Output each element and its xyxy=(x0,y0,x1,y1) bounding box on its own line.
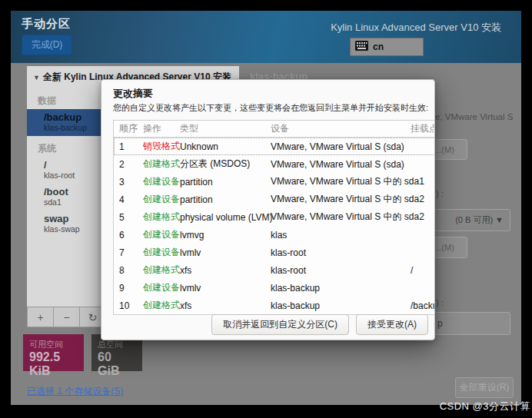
field-label-fragment: ) : xyxy=(436,189,444,198)
reset-all-button[interactable]: 全部重设(R) xyxy=(455,377,514,398)
csdn-watermark: CSDN @3分云计算 xyxy=(440,400,530,413)
selected-disks-link[interactable]: 已选择 1 个存储设备(S) xyxy=(27,385,123,398)
header-mountpoint: 挂载点 xyxy=(407,122,435,135)
header-action: 操作 xyxy=(140,122,177,135)
table-row[interactable]: 6 创建设备 lvmvg klas xyxy=(114,226,435,244)
available-space-label: 可用空间 xyxy=(29,339,78,350)
minus-icon: − xyxy=(63,311,69,323)
changes-table-header: 顺序 操作 类型 设备 挂载点 xyxy=(114,121,435,138)
header-type: 类型 xyxy=(177,122,268,135)
disk-description-text: e, VMware Virtual S xyxy=(435,112,513,121)
screenshot-stage: 手动分区 完成(D) Kylin Linux Advanced Server V… xyxy=(0,0,532,418)
page-title: 手动分区 xyxy=(22,17,71,32)
table-row[interactable]: 10 创建格式 xfs klas-backup /backup xyxy=(114,297,435,314)
available-space-box: 可用空间 992.5 KiB xyxy=(23,334,84,371)
total-space-label: 总空间 xyxy=(98,339,136,350)
dialog-button-row: 取消并返回到自定义分区(C) 接受更改(A) xyxy=(101,314,428,335)
done-button[interactable]: 完成(D) xyxy=(22,35,72,55)
keyboard-icon xyxy=(355,40,368,54)
summary-of-changes-dialog: 更改摘要 您的自定义更改将产生以下变更，这些变更将会在您返回到主菜单并开始安装时… xyxy=(101,79,435,340)
header-device: 设备 xyxy=(268,122,407,135)
changes-table-body: 1 销毁格式 Unknown VMware, VMware Virtual S … xyxy=(114,138,435,314)
expander-arrow-icon: ▼ xyxy=(33,74,40,81)
remove-partition-button[interactable]: − xyxy=(54,307,80,327)
table-row[interactable]: 9 创建设备 lvmlv klas-backup xyxy=(114,279,435,297)
table-row[interactable]: 2 创建格式 分区表 (MSDOS) VMware, VMware Virtua… xyxy=(114,155,435,173)
cancel-return-button[interactable]: 取消并返回到自定义分区(C) xyxy=(211,314,349,335)
dialog-subtitle: 您的自定义更改将产生以下变更，这些变更将会在您返回到主菜单并开始安装时生效: xyxy=(113,102,431,114)
total-space-value: 60 GiB xyxy=(98,350,136,378)
table-row[interactable]: 5 创建格式 physical volume (LVM) VMware, VMw… xyxy=(114,208,435,226)
plus-icon: + xyxy=(37,311,43,323)
field-label-fragment-2: ) : xyxy=(436,298,444,307)
accept-changes-button[interactable]: 接受更改(A) xyxy=(356,314,428,335)
changes-table: 顺序 操作 类型 设备 挂载点 1 销毁格式 Unknown VMware, V… xyxy=(113,120,435,315)
refresh-icon: ↻ xyxy=(88,311,98,323)
dialog-title: 更改摘要 xyxy=(113,87,153,101)
table-row[interactable]: 8 创建格式 xfs klas-root / xyxy=(114,261,435,279)
table-row[interactable]: 4 创建设备 partition VMware, VMware Virtual … xyxy=(114,191,435,208)
keyboard-layout-indicator[interactable]: cn xyxy=(350,38,424,56)
add-partition-button[interactable]: + xyxy=(28,307,54,327)
table-row[interactable]: 1 销毁格式 Unknown VMware, VMware Virtual S … xyxy=(114,138,435,155)
top-banner: 手动分区 完成(D) Kylin Linux Advanced Server V… xyxy=(11,11,521,63)
header-order: 顺序 xyxy=(114,122,140,135)
available-space-value: 992.5 KiB xyxy=(29,350,78,378)
product-title: Kylin Linux Advanced Server V10 安装 xyxy=(331,21,501,35)
table-row[interactable]: 3 创建设备 partition VMware, VMware Virtual … xyxy=(114,173,435,191)
table-row[interactable]: 7 创建设备 lvmlv klas-root xyxy=(114,244,435,261)
keyboard-layout-code: cn xyxy=(373,41,384,52)
